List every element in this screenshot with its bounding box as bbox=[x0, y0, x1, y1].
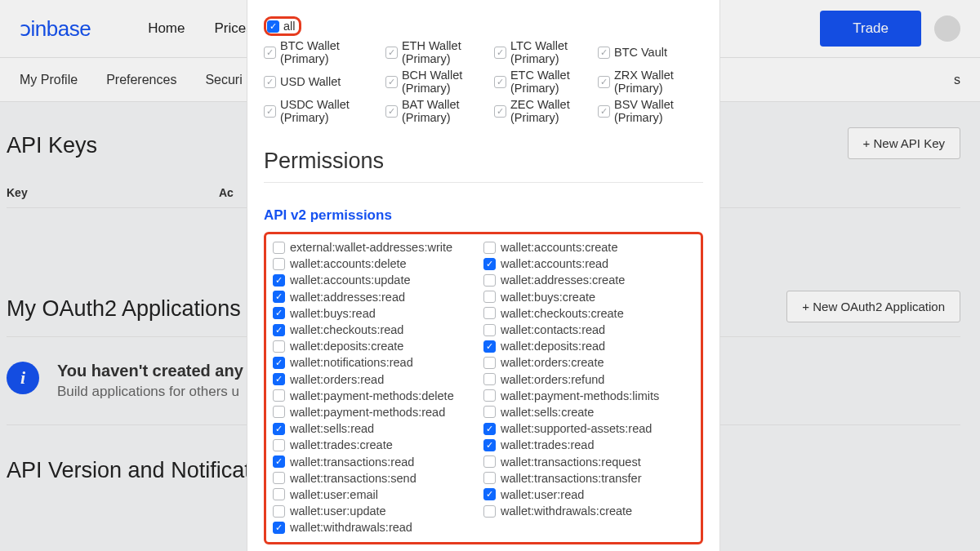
checkbox[interactable] bbox=[273, 340, 285, 353]
checkbox[interactable] bbox=[273, 373, 285, 385]
permission-item[interactable]: wallet:accounts:create bbox=[483, 239, 694, 256]
checkbox[interactable] bbox=[273, 423, 285, 435]
permission-item[interactable]: wallet:transactions:request bbox=[483, 453, 694, 469]
permission-item[interactable]: wallet:payment-methods:delete bbox=[273, 388, 483, 404]
checkbox[interactable] bbox=[483, 340, 496, 353]
wallet-option[interactable]: BCH Wallet (Primary) bbox=[385, 67, 494, 96]
permission-item[interactable]: wallet:orders:read bbox=[273, 371, 483, 388]
checkbox[interactable] bbox=[264, 47, 276, 59]
permission-item[interactable]: wallet:payment-methods:limits bbox=[483, 388, 694, 404]
new-oauth-button[interactable]: + New OAuth2 Application bbox=[786, 291, 960, 322]
permission-item[interactable]: wallet:accounts:read bbox=[483, 256, 694, 272]
checkbox[interactable] bbox=[598, 105, 610, 118]
checkbox[interactable] bbox=[385, 47, 398, 59]
checkbox[interactable] bbox=[483, 357, 496, 369]
checkbox[interactable] bbox=[483, 488, 496, 500]
permission-item[interactable]: wallet:notifications:read bbox=[273, 354, 483, 371]
checkbox[interactable] bbox=[273, 291, 285, 303]
checkbox[interactable] bbox=[273, 389, 285, 402]
permission-item[interactable]: wallet:addresses:create bbox=[483, 272, 694, 288]
permission-item[interactable]: wallet:supported-assets:read bbox=[483, 420, 694, 437]
subnav-profile[interactable]: My Profile bbox=[20, 73, 78, 87]
subnav-security[interactable]: Securi bbox=[205, 73, 242, 87]
permission-item[interactable]: wallet:deposits:read bbox=[483, 338, 694, 354]
permission-item[interactable]: wallet:withdrawals:read bbox=[273, 519, 483, 535]
permission-item[interactable]: wallet:sells:read bbox=[273, 420, 483, 437]
permission-item[interactable]: wallet:withdrawals:create bbox=[483, 503, 694, 519]
checkbox[interactable] bbox=[273, 472, 285, 484]
wallet-option[interactable]: ETH Wallet (Primary) bbox=[385, 38, 494, 67]
permission-item[interactable]: wallet:trades:create bbox=[273, 437, 483, 453]
wallet-option[interactable]: USD Wallet bbox=[264, 67, 385, 96]
permission-item[interactable]: wallet:orders:create bbox=[483, 354, 694, 371]
new-api-key-button[interactable]: + New API Key bbox=[848, 127, 960, 159]
wallet-option[interactable]: BAT Wallet (Primary) bbox=[385, 96, 494, 126]
wallet-option[interactable]: ZEC Wallet (Primary) bbox=[494, 96, 598, 126]
checkbox[interactable] bbox=[494, 76, 506, 88]
checkbox[interactable] bbox=[483, 307, 496, 319]
wallet-option[interactable]: BTC Wallet (Primary) bbox=[264, 38, 385, 67]
permission-item[interactable]: wallet:sells:create bbox=[483, 404, 694, 420]
checkbox[interactable] bbox=[273, 307, 285, 319]
permission-item[interactable]: wallet:payment-methods:read bbox=[273, 404, 483, 420]
checkbox[interactable] bbox=[273, 522, 285, 534]
checkbox[interactable] bbox=[494, 105, 506, 118]
checkbox[interactable] bbox=[273, 258, 285, 270]
checkbox[interactable] bbox=[483, 291, 496, 303]
permission-item[interactable]: wallet:orders:refund bbox=[483, 371, 694, 388]
subnav-prefs[interactable]: Preferences bbox=[106, 73, 176, 87]
permission-item[interactable]: wallet:accounts:delete bbox=[273, 256, 483, 272]
permission-item[interactable]: wallet:buys:read bbox=[273, 305, 483, 322]
permission-item[interactable]: wallet:contacts:read bbox=[483, 322, 694, 338]
nav-home[interactable]: Home bbox=[148, 20, 185, 37]
permission-item[interactable]: wallet:buys:create bbox=[483, 289, 694, 305]
checkbox[interactable] bbox=[483, 505, 496, 518]
wallet-option[interactable]: USDC Wallet (Primary) bbox=[264, 96, 385, 126]
checkbox[interactable] bbox=[385, 105, 398, 118]
checkbox[interactable] bbox=[483, 258, 496, 270]
checkbox[interactable] bbox=[598, 47, 610, 59]
checkbox[interactable] bbox=[264, 76, 276, 88]
checkbox[interactable] bbox=[494, 47, 506, 59]
checkbox[interactable] bbox=[483, 439, 496, 451]
checkbox[interactable] bbox=[483, 242, 496, 254]
checkbox[interactable] bbox=[385, 76, 398, 88]
permission-item[interactable]: wallet:user:email bbox=[273, 487, 483, 503]
checkbox[interactable] bbox=[598, 76, 610, 88]
wallet-option[interactable]: LTC Wallet (Primary) bbox=[494, 38, 598, 67]
permission-item[interactable]: wallet:deposits:create bbox=[273, 338, 483, 354]
trade-button[interactable]: Trade bbox=[820, 11, 921, 47]
checkbox[interactable] bbox=[483, 389, 496, 402]
permission-item[interactable]: wallet:transactions:read bbox=[273, 453, 483, 469]
permission-item[interactable]: wallet:user:read bbox=[483, 487, 694, 503]
permission-item[interactable]: wallet:trades:read bbox=[483, 437, 694, 453]
wallet-option[interactable]: ETC Wallet (Primary) bbox=[494, 67, 598, 96]
checkbox[interactable] bbox=[483, 324, 496, 336]
checkbox[interactable] bbox=[483, 274, 496, 287]
checkbox[interactable] bbox=[273, 242, 285, 254]
checkbox[interactable] bbox=[273, 439, 285, 451]
checkbox[interactable] bbox=[264, 105, 276, 118]
permission-item[interactable]: wallet:accounts:update bbox=[273, 272, 483, 288]
checkbox[interactable] bbox=[273, 324, 285, 336]
checkbox[interactable] bbox=[483, 373, 496, 385]
checkbox[interactable] bbox=[273, 455, 285, 468]
checkbox-all[interactable] bbox=[267, 20, 279, 33]
permission-item[interactable]: wallet:addresses:read bbox=[273, 289, 483, 305]
checkbox[interactable] bbox=[273, 488, 285, 500]
permission-item[interactable]: wallet:user:update bbox=[273, 503, 483, 519]
checkbox[interactable] bbox=[483, 472, 496, 484]
wallet-option[interactable]: ZRX Wallet (Primary) bbox=[598, 67, 703, 96]
checkbox[interactable] bbox=[273, 357, 285, 369]
permission-item[interactable]: wallet:transactions:transfer bbox=[483, 470, 694, 487]
permission-item[interactable]: wallet:transactions:send bbox=[273, 470, 483, 487]
wallet-option[interactable]: BSV Wallet (Primary) bbox=[598, 96, 703, 126]
checkbox[interactable] bbox=[483, 423, 496, 435]
checkbox[interactable] bbox=[483, 455, 496, 468]
permission-item[interactable]: external:wallet-addresses:write bbox=[273, 239, 483, 256]
checkbox[interactable] bbox=[273, 505, 285, 518]
checkbox[interactable] bbox=[273, 406, 285, 418]
avatar[interactable] bbox=[934, 16, 960, 42]
checkbox[interactable] bbox=[273, 274, 285, 287]
permission-item[interactable]: wallet:checkouts:create bbox=[483, 305, 694, 322]
